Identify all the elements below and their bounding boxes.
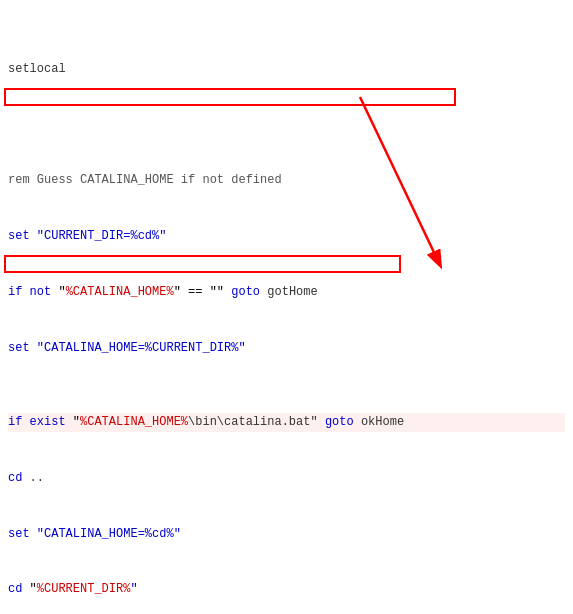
code-line: setlocal	[8, 60, 565, 79]
code-line: rem Guess CATALINA_HOME if not defined	[8, 171, 565, 190]
code-line: if not "%CATALINA_HOME%" == "" goto gotH…	[8, 283, 565, 302]
code-line: cd "%CURRENT_DIR%"	[8, 580, 565, 599]
code-line: set "CATALINA_HOME=%cd%"	[8, 525, 565, 544]
code-line-boxed1: if exist "%CATALINA_HOME%\bin\catalina.b…	[8, 413, 565, 432]
code-line	[8, 116, 565, 135]
code-editor: setlocal rem Guess CATALINA_HOME if not …	[0, 0, 573, 614]
code-line: set "CURRENT_DIR=%cd%"	[8, 227, 565, 246]
code-line: cd ..	[8, 469, 565, 488]
code-line: set "CATALINA_HOME=%CURRENT_DIR%"	[8, 339, 565, 358]
